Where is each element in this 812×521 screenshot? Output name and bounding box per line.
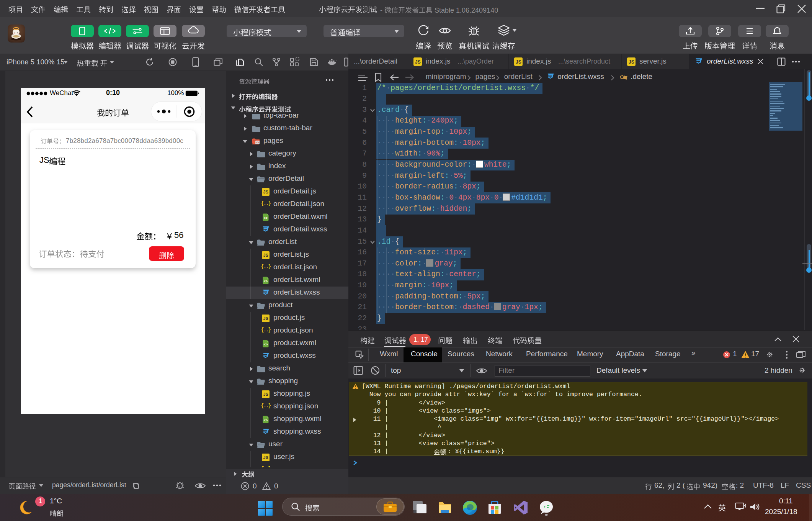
svg-text:<>: <> — [264, 280, 268, 283]
svg-text:<>: <> — [264, 419, 268, 423]
svg-text:<>: <> — [264, 216, 268, 220]
svg-text:<>: <> — [256, 141, 260, 144]
svg-text:<>: <> — [264, 343, 268, 347]
